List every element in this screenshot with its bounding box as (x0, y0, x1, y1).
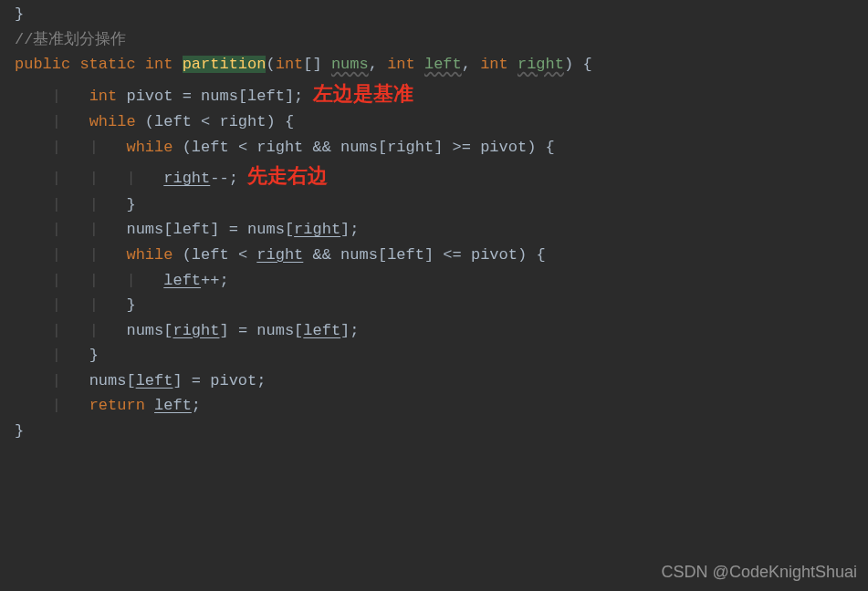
id-nums: nums (340, 246, 378, 264)
id-right: right (256, 246, 303, 264)
kw-public: public (15, 56, 70, 73)
brkt-open: [ (163, 322, 173, 339)
brkt-close: ] (424, 246, 434, 264)
id-left: left (163, 272, 201, 289)
id-nums: nums (126, 322, 163, 339)
type-int: int (89, 88, 118, 105)
paren-close: ) (527, 139, 536, 156)
brkt-close: ] (313, 56, 322, 73)
brkt-open: [ (378, 246, 387, 264)
id-left: left (192, 246, 229, 264)
brace-close: } (15, 5, 24, 23)
comma: , (369, 56, 378, 73)
semi: ; (256, 372, 266, 389)
paren-close: ) (266, 113, 275, 130)
op-lt: < (238, 139, 247, 156)
kw-while: while (126, 246, 173, 264)
id-nums: nums (247, 221, 285, 238)
id-nums: nums (89, 372, 127, 389)
brkt-close: ] (340, 221, 350, 238)
op-and: && (313, 139, 331, 156)
kw-while: while (126, 139, 173, 156)
id-left: left (192, 139, 229, 156)
comment-line: //基准划分操作 (15, 31, 126, 48)
comma: , (462, 56, 471, 73)
brace-open: { (536, 246, 545, 264)
kw-while: while (89, 113, 136, 130)
id-pivot: pivot (480, 139, 527, 156)
id-pivot: pivot (471, 246, 518, 264)
brace-close: } (89, 347, 99, 364)
paren-open: ( (183, 246, 192, 264)
op-lt: < (201, 113, 210, 130)
brkt-open: [ (238, 88, 247, 105)
param-right: right (518, 56, 564, 73)
brkt-open: [ (303, 56, 312, 73)
id-left: left (247, 88, 285, 105)
brkt-open: [ (294, 322, 303, 339)
code-block: } //基准划分操作 public static int partition(i… (0, 0, 868, 443)
op-eq: = (238, 322, 247, 339)
type-int: int (276, 56, 304, 73)
paren-open: ( (183, 139, 192, 156)
id-left: left (303, 322, 340, 339)
brkt-close: ] (219, 322, 228, 339)
semi: ; (192, 397, 201, 414)
kw-return: return (89, 397, 145, 414)
id-right: right (387, 139, 434, 156)
annotation-2: 先走右边 (247, 164, 328, 187)
id-left: left (173, 221, 210, 238)
id-nums: nums (340, 139, 378, 156)
brkt-close: ] (340, 322, 350, 339)
semi: ; (219, 272, 228, 289)
id-left: left (136, 372, 173, 389)
param-left: left (424, 56, 462, 73)
brkt-close: ] (210, 221, 219, 238)
brkt-open: [ (163, 221, 173, 238)
paren-open: ( (145, 113, 154, 130)
id-nums: nums (201, 88, 238, 105)
paren-close: ) (564, 56, 573, 73)
watermark: CSDN @CodeKnightShuai (662, 559, 857, 586)
id-right: right (294, 221, 340, 238)
brace-open: { (285, 113, 294, 130)
id-right: right (219, 113, 266, 130)
method-name: partition (183, 56, 267, 73)
semi: ; (294, 88, 303, 105)
id-right: right (173, 322, 219, 339)
brace-close: } (126, 196, 135, 213)
brace-open: { (546, 139, 555, 156)
brkt-close: ] (434, 139, 443, 156)
op-and: && (313, 246, 331, 264)
id-left: left (154, 397, 192, 414)
brace-open: { (582, 56, 591, 73)
brace-close: } (15, 422, 24, 440)
semi: ; (229, 170, 238, 187)
op-eq: = (192, 372, 201, 389)
paren-close: ) (518, 246, 527, 264)
kw-int: int (145, 56, 173, 73)
id-left: left (387, 246, 424, 264)
id-right: right (256, 139, 303, 156)
brkt-close: ] (285, 88, 294, 105)
id-left: left (154, 113, 192, 130)
brace-close: } (126, 296, 135, 314)
op-lt: < (238, 246, 247, 264)
paren-open: ( (266, 56, 275, 73)
op-eq: = (183, 88, 192, 105)
kw-static: static (79, 56, 135, 73)
type-int: int (387, 56, 415, 73)
brkt-open: [ (378, 139, 387, 156)
op-dec: -- (210, 170, 228, 187)
id-pivot: pivot (126, 88, 173, 105)
id-nums: nums (126, 221, 163, 238)
op-gte: >= (453, 139, 471, 156)
brkt-open: [ (126, 372, 135, 389)
id-right: right (163, 170, 210, 187)
id-nums: nums (256, 322, 294, 339)
brkt-close: ] (173, 372, 182, 389)
op-eq: = (229, 221, 238, 238)
type-int: int (480, 56, 508, 73)
param-nums: nums (331, 56, 369, 73)
semi: ; (350, 322, 359, 339)
